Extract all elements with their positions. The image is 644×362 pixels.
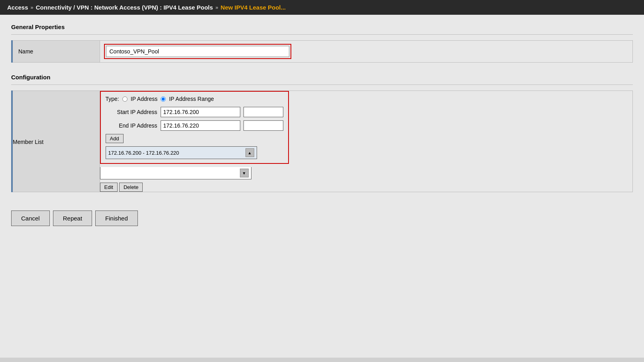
member-list-label: Member List [12, 91, 100, 192]
bottom-actions: Cancel Repeat Finished [11, 203, 633, 226]
scroll-up-btn[interactable]: ▲ [245, 148, 254, 157]
breadcrumb-bar: Access » Connectivity / VPN : Network Ac… [0, 0, 644, 15]
start-ip-extra[interactable] [243, 107, 283, 117]
start-ip-input[interactable] [161, 107, 240, 117]
radio-ip-label[interactable]: IP Address [131, 96, 157, 102]
breadcrumb-path: Connectivity / VPN : Network Access (VPN… [36, 4, 213, 11]
config-content: Type: IP Address IP Address Range Start … [100, 91, 633, 192]
member-list-item-1[interactable]: 172.16.76.200 - 172.16.76.220 ▲ [106, 147, 257, 159]
breadcrumb-sep-2: » [215, 4, 218, 10]
type-row: Type: IP Address IP Address Range [106, 96, 283, 102]
start-ip-row: Start IP Address [106, 107, 283, 117]
radio-ip-address[interactable] [122, 96, 128, 102]
finished-button[interactable]: Finished [95, 211, 138, 226]
end-ip-input[interactable] [161, 120, 240, 131]
name-input[interactable] [106, 46, 289, 57]
general-properties-table: Name [11, 40, 633, 63]
configuration-table: Member List Type: IP Address IP Address … [11, 90, 633, 192]
configuration-title: Configuration [11, 74, 633, 81]
edit-button[interactable]: Edit [100, 183, 118, 192]
type-label: Type: [106, 96, 119, 102]
config-highlight-box: Type: IP Address IP Address Range Start … [100, 91, 289, 164]
radio-range-label[interactable]: IP Address Range [169, 96, 214, 102]
start-ip-label: Start IP Address [106, 109, 157, 115]
breadcrumb-current: New IPV4 Lease Pool... [221, 4, 286, 11]
name-label: Name [12, 41, 100, 63]
end-ip-row: End IP Address [106, 120, 283, 131]
cancel-button[interactable]: Cancel [11, 211, 50, 226]
config-divider [11, 85, 633, 85]
radio-ip-range[interactable] [161, 96, 166, 102]
member-listbox: 172.16.76.200 - 172.16.76.220 ▲ [106, 146, 257, 159]
scroll-down-btn[interactable]: ▼ [240, 169, 249, 177]
action-buttons: Edit Delete [100, 183, 633, 192]
breadcrumb-access: Access [7, 4, 28, 11]
end-ip-extra[interactable] [243, 120, 283, 131]
member-listbox-empty-row: ▼ [100, 167, 251, 179]
general-divider [11, 34, 633, 35]
end-ip-label: End IP Address [106, 122, 157, 129]
delete-button[interactable]: Delete [119, 183, 143, 192]
repeat-button[interactable]: Repeat [53, 211, 92, 226]
add-button[interactable]: Add [106, 134, 124, 143]
config-row: Member List Type: IP Address IP Address … [12, 91, 633, 192]
member-list-label-text: Member List [13, 139, 100, 145]
name-row: Name [12, 41, 633, 63]
name-value-cell [100, 41, 633, 63]
member-item-text-1: 172.16.76.200 - 172.16.76.220 [108, 150, 179, 156]
main-content: General Properties Name Configuration Me… [0, 15, 644, 358]
breadcrumb-sep-1: » [31, 4, 33, 10]
general-properties-title: General Properties [11, 24, 633, 30]
name-highlight-box [104, 44, 291, 59]
member-list-item-2[interactable]: ▼ [100, 167, 251, 179]
